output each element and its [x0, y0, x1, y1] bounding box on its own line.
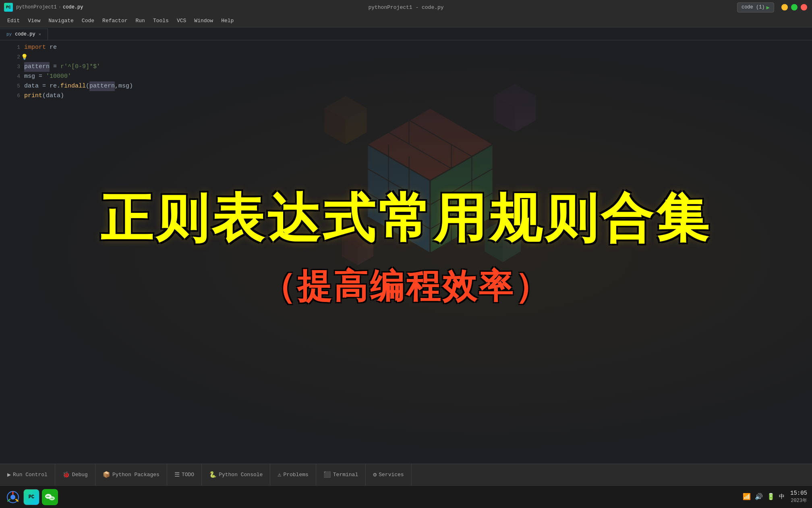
ide-header: PC pythonProject1 › code.py pythonProjec… [0, 0, 812, 40]
tool-tab-terminal[interactable]: ⬛ Terminal [316, 464, 366, 485]
volume-icon: 🔊 [755, 493, 763, 501]
breadcrumb: pythonProject1 › code.py [16, 4, 83, 10]
svg-marker-21 [485, 220, 521, 242]
editor-area[interactable]: 1 import re 2 💡 3 pattern = r'^[0-9]*$' … [0, 40, 812, 464]
run-control-icon: ▶ [7, 471, 11, 479]
run-play-icon[interactable]: ▶ [766, 4, 770, 11]
run-config-btn[interactable]: code (1) ▶ [737, 2, 774, 12]
svg-line-4 [389, 132, 452, 169]
minimize-btn[interactable] [781, 4, 788, 10]
menu-window[interactable]: Window [190, 16, 217, 25]
app-pycharm[interactable]: PC [23, 489, 39, 505]
system-clock: 15:05 2023年 [790, 489, 807, 504]
tool-tab-problems[interactable]: ⚠ Problems [270, 464, 316, 485]
todo-label: TODO [182, 472, 194, 478]
menu-view[interactable]: View [24, 16, 44, 25]
python-packages-icon: 📦 [103, 471, 110, 479]
problems-icon: ⚠ [278, 471, 281, 479]
python-packages-label: Python Packages [112, 472, 160, 478]
menubar: Edit View Navigate Code Refactor Run Too… [0, 15, 812, 27]
close-btn[interactable] [801, 4, 807, 10]
terminal-icon: ⬛ [323, 471, 331, 479]
code-line-6: 6 print(data) [0, 91, 812, 101]
svg-marker-25 [342, 238, 358, 266]
svg-point-33 [47, 496, 48, 497]
menu-vcs[interactable]: VCS [173, 16, 190, 25]
svg-marker-24 [342, 229, 373, 247]
menu-help[interactable]: Help [217, 16, 238, 25]
problems-label: Problems [283, 472, 308, 478]
menu-refactor[interactable]: Refactor [98, 16, 131, 25]
project-name: pythonProject1 [16, 4, 57, 10]
menu-run[interactable]: Run [132, 16, 149, 25]
svg-marker-16 [325, 108, 346, 144]
menu-edit[interactable]: Edit [3, 16, 24, 25]
svg-marker-23 [503, 230, 521, 262]
system-tray-icons: 📶 🔊 🔋 中 [743, 493, 785, 501]
tool-tab-todo[interactable]: ☰ TODO [167, 464, 202, 485]
debug-icon: 🐞 [62, 471, 70, 479]
run-control-label: Run Control [13, 472, 48, 478]
bulb-icon: 💡 [21, 52, 28, 62]
tool-tab-debug[interactable]: 🐞 Debug [55, 464, 95, 485]
svg-line-3 [409, 120, 472, 156]
tool-tab-services[interactable]: ⚙ Services [366, 464, 411, 485]
tab-file-icon: py [6, 32, 12, 37]
code-line-5: 5 data = re.findall(pattern,msg) [0, 81, 812, 91]
debug-label: Debug [72, 472, 88, 478]
svg-line-12 [430, 193, 493, 229]
network-icon: 📶 [743, 493, 751, 501]
language-indicator: 中 [779, 493, 785, 500]
code-line-3: 3 pattern = r'^[0-9]*$' [0, 62, 812, 72]
app-wechat[interactable] [42, 489, 58, 505]
svg-marker-22 [485, 230, 503, 262]
todo-icon: ☰ [174, 471, 180, 479]
code-line-2: 2 💡 [0, 52, 812, 62]
python-console-label: Python Console [219, 472, 263, 478]
maximize-btn[interactable] [791, 4, 798, 10]
tool-tab-run-control[interactable]: ▶ Run Control [0, 464, 55, 485]
svg-point-34 [48, 496, 50, 497]
code-line-1: 1 import re [0, 43, 812, 52]
tab-bar: py code.py ✕ [0, 27, 812, 40]
app-chrome[interactable] [5, 489, 21, 505]
tool-tab-python-console[interactable]: 🐍 Python Console [202, 464, 270, 485]
clock-time: 15:05 [790, 489, 807, 498]
tab-code-py[interactable]: py code.py ✕ [0, 29, 48, 40]
clock-date: 2023年 [790, 498, 807, 504]
system-taskbar: PC 📶 🔊 🔋 中 15:05 2023年 [0, 485, 812, 508]
tab-label: code.py [15, 31, 35, 37]
tab-close-icon[interactable]: ✕ [39, 32, 41, 37]
menu-code[interactable]: Code [78, 16, 98, 25]
code-content: 1 import re 2 💡 3 pattern = r'^[0-9]*$' … [0, 40, 812, 104]
svg-line-11 [430, 169, 493, 205]
svg-marker-1 [367, 144, 430, 253]
svg-marker-26 [358, 238, 373, 266]
menu-tools[interactable]: Tools [149, 16, 173, 25]
tool-tab-python-packages[interactable]: 📦 Python Packages [95, 464, 167, 485]
window-title: pythonProject1 - code.py [368, 4, 443, 10]
services-label: Services [379, 472, 404, 478]
python-console-icon: 🐍 [209, 471, 217, 479]
svg-line-7 [367, 169, 430, 205]
file-name: code.py [63, 4, 83, 10]
code-line-4: 4 msg = '10000' [0, 72, 812, 81]
svg-marker-2 [430, 144, 493, 253]
svg-point-36 [51, 498, 52, 498]
svg-point-35 [49, 496, 55, 500]
services-icon: ⚙ [373, 471, 377, 479]
taskbar-right: 📶 🔊 🔋 中 15:05 2023年 [743, 489, 807, 504]
svg-point-37 [52, 498, 53, 498]
taskbar-apps: PC [5, 489, 58, 505]
svg-marker-17 [346, 108, 367, 144]
breadcrumb-sep: › [58, 4, 61, 10]
svg-line-8 [367, 193, 430, 229]
titlebar: PC pythonProject1 › code.py pythonProjec… [0, 0, 812, 15]
battery-icon: 🔋 [767, 493, 775, 501]
run-config-label: code (1) [742, 4, 765, 10]
pycharm-logo-icon: PC [4, 3, 13, 12]
svg-point-28 [10, 495, 15, 500]
terminal-label: Terminal [333, 472, 358, 478]
svg-marker-0 [367, 108, 493, 181]
menu-navigate[interactable]: Navigate [44, 16, 77, 25]
